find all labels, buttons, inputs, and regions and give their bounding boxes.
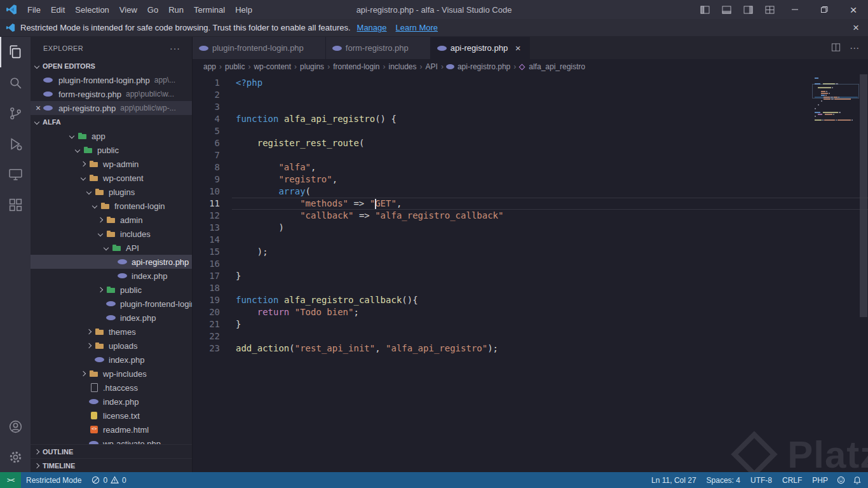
- code-line[interactable]: [232, 125, 868, 137]
- code-line[interactable]: "methods" => "GET",: [232, 198, 868, 210]
- source-control-icon[interactable]: [0, 98, 31, 128]
- code-line[interactable]: [232, 234, 868, 246]
- tree-item-themes[interactable]: themes: [31, 325, 192, 339]
- tab-plugin-frontend-login.php[interactable]: plugin-frontend-login.php: [193, 37, 326, 59]
- tree-item-includes[interactable]: includes: [31, 227, 192, 241]
- tree-item-index.php[interactable]: index.php: [31, 269, 192, 283]
- code-line[interactable]: }: [232, 318, 868, 330]
- breadcrumb-item-wp-content[interactable]: wp-content: [253, 62, 292, 71]
- code-line[interactable]: [232, 282, 868, 294]
- toggle-secondary-sidebar-icon[interactable]: [737, 0, 759, 19]
- tree-item-wp-includes[interactable]: wp-includes: [31, 367, 192, 381]
- code-line[interactable]: [232, 149, 868, 161]
- outline-header[interactable]: OUTLINE: [31, 444, 192, 458]
- editor-scrollbar[interactable]: [859, 74, 868, 472]
- tree-item-uploads[interactable]: uploads: [31, 339, 192, 353]
- menu-help[interactable]: Help: [230, 5, 257, 15]
- breadcrumb-item-frontend-login[interactable]: frontend-login: [332, 62, 380, 71]
- breadcrumb-item-alfa_api_registro[interactable]: alfa_api_registro: [528, 62, 586, 71]
- close-banner-icon[interactable]: ×: [853, 22, 859, 34]
- more-actions-icon[interactable]: ···: [170, 43, 180, 53]
- menu-terminal[interactable]: Terminal: [189, 5, 230, 15]
- account-icon[interactable]: [0, 411, 31, 442]
- tree-item-index.php[interactable]: index.php: [31, 353, 192, 367]
- line-number[interactable]: 8: [193, 161, 232, 173]
- line-number[interactable]: 5: [193, 125, 232, 137]
- code-line[interactable]: function alfa_api_registro() {: [232, 113, 868, 125]
- tree-item-wp-admin[interactable]: wp-admin: [31, 157, 192, 171]
- tree-item-frontend-login[interactable]: frontend-login: [31, 199, 192, 213]
- line-number[interactable]: 20: [193, 306, 232, 318]
- tab-api-registro.php[interactable]: api-registro.php×: [431, 37, 530, 59]
- line-number[interactable]: 15: [193, 246, 232, 258]
- menu-edit[interactable]: Edit: [46, 5, 70, 15]
- code-line[interactable]: <?php: [232, 77, 868, 89]
- line-number[interactable]: 6: [193, 137, 232, 149]
- breadcrumb-item-api-registro.php[interactable]: api-registro.php: [457, 62, 511, 71]
- line-number[interactable]: 1: [193, 77, 232, 89]
- line-number[interactable]: 23: [193, 342, 232, 355]
- tree-item-api-registro.php[interactable]: api-registro.php: [31, 255, 192, 269]
- code-line[interactable]: );: [232, 246, 868, 258]
- line-number[interactable]: 22: [193, 330, 232, 342]
- line-number[interactable]: 14: [193, 234, 232, 246]
- tree-item-plugin-frontend-login.php[interactable]: plugin-frontend-login.php: [31, 297, 192, 311]
- minimize-button[interactable]: [780, 0, 810, 19]
- learn-more-link[interactable]: Learn More: [396, 23, 438, 32]
- search-icon[interactable]: [0, 67, 31, 98]
- line-number[interactable]: 17: [193, 270, 232, 282]
- menu-file[interactable]: File: [22, 5, 46, 15]
- code-line[interactable]: ): [232, 222, 868, 234]
- scrollbar-thumb[interactable]: [860, 74, 867, 317]
- open-editor-form-registro.php[interactable]: form-registro.phpapp\public\w...: [31, 87, 192, 101]
- line-number[interactable]: 9: [193, 173, 232, 186]
- more-actions-icon[interactable]: ⋯: [850, 43, 859, 54]
- line-number[interactable]: 16: [193, 258, 232, 270]
- line-number[interactable]: 3: [193, 101, 232, 113]
- explorer-icon[interactable]: [0, 37, 31, 67]
- open-editors-header[interactable]: OPEN EDITORS: [31, 59, 192, 73]
- notifications-bell-icon[interactable]: [849, 472, 865, 488]
- breadcrumb-item-app[interactable]: app: [203, 62, 217, 71]
- tree-item-public[interactable]: public: [31, 283, 192, 297]
- breadcrumb-item-public[interactable]: public: [224, 62, 245, 71]
- breadcrumb-item-plugins[interactable]: plugins: [299, 62, 325, 71]
- open-editor-api-registro.php[interactable]: ×api-registro.phpapp\public\wp-...: [31, 101, 192, 115]
- breadcrumb-item-includes[interactable]: includes: [388, 62, 417, 71]
- maximize-button[interactable]: [810, 0, 839, 19]
- tree-item-plugins[interactable]: plugins: [31, 185, 192, 199]
- open-editor-plugin-frontend-login.php[interactable]: plugin-frontend-login.phpapp\...: [31, 73, 192, 87]
- code-line[interactable]: function alfa_registro_callback(){: [232, 294, 868, 306]
- remote-explorer-icon[interactable]: [0, 159, 31, 189]
- line-number[interactable]: 11: [193, 198, 232, 210]
- close-tab-icon[interactable]: ×: [513, 43, 523, 53]
- menu-go[interactable]: Go: [142, 5, 163, 15]
- remote-indicator[interactable]: ><: [0, 472, 21, 488]
- code-line[interactable]: "registro",: [232, 173, 868, 186]
- tab-form-registro.php[interactable]: form-registro.php: [326, 37, 431, 59]
- extensions-icon[interactable]: [0, 189, 31, 220]
- tree-item-public[interactable]: public: [31, 143, 192, 157]
- tree-item-index.php[interactable]: index.php: [31, 395, 192, 409]
- encoding[interactable]: UTF-8: [745, 472, 777, 488]
- tree-item-readme.html[interactable]: readme.html: [31, 423, 192, 437]
- code-line[interactable]: "alfa",: [232, 161, 868, 173]
- close-editor-icon[interactable]: ×: [33, 103, 43, 113]
- tree-item-API[interactable]: API: [31, 241, 192, 255]
- restricted-mode-status[interactable]: Restricted Mode: [21, 472, 86, 488]
- code-line[interactable]: return "Todo bien";: [232, 306, 868, 318]
- customize-layout-icon[interactable]: [759, 0, 780, 19]
- line-number[interactable]: 21: [193, 318, 232, 330]
- code-line[interactable]: "callback" => "alfa_registro_callback": [232, 210, 868, 222]
- tree-item-app[interactable]: app: [31, 129, 192, 143]
- cursor-position[interactable]: Ln 11, Col 27: [646, 472, 702, 488]
- split-editor-icon[interactable]: [831, 43, 841, 54]
- tree-item-admin[interactable]: admin: [31, 213, 192, 227]
- toggle-sidebar-icon[interactable]: [694, 0, 715, 19]
- tree-item-wp-content[interactable]: wp-content: [31, 171, 192, 185]
- settings-gear-icon[interactable]: [0, 442, 31, 472]
- code-line[interactable]: register_rest_route(: [232, 137, 868, 149]
- run-debug-icon[interactable]: [0, 128, 31, 159]
- code-line[interactable]: [232, 258, 868, 270]
- line-number[interactable]: 4: [193, 113, 232, 125]
